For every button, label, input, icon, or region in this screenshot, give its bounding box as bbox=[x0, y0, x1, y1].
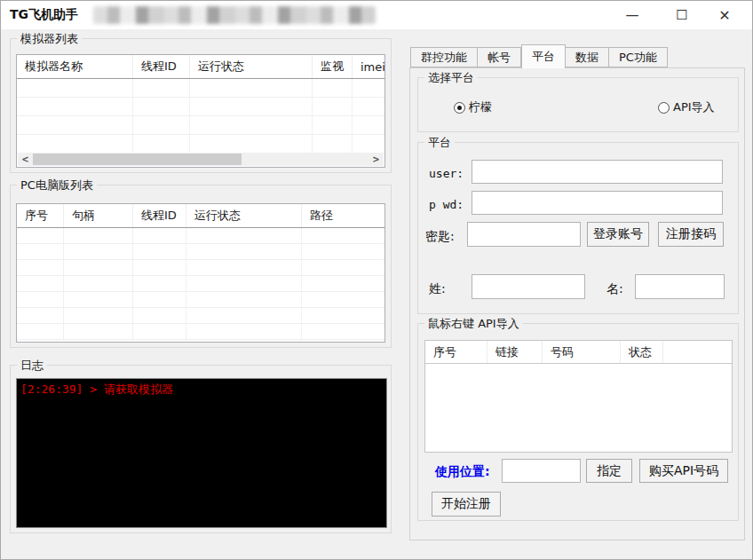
column-header[interactable]: imei bbox=[353, 55, 384, 78]
platform-group-title: 平台 bbox=[424, 135, 455, 151]
column-header[interactable]: 号码 bbox=[543, 341, 621, 363]
table-row bbox=[17, 116, 384, 135]
column-header[interactable]: 运行状态 bbox=[190, 55, 313, 78]
column-header[interactable]: 链接 bbox=[487, 341, 543, 363]
column-header[interactable]: 状态 bbox=[621, 341, 663, 363]
scroll-right-icon[interactable]: > bbox=[369, 153, 384, 166]
column-header bbox=[663, 341, 732, 363]
close-icon[interactable]: ✕ bbox=[704, 1, 745, 29]
givenname-input[interactable] bbox=[635, 274, 725, 299]
api-import-group-title: 鼠标右键 API导入 bbox=[424, 316, 523, 332]
table-row bbox=[17, 324, 384, 340]
title-bar: TG飞机助手 — ☐ ✕ bbox=[1, 1, 752, 29]
select-platform-group-title: 选择平台 bbox=[424, 70, 478, 86]
pwd-label: p wd: bbox=[429, 198, 464, 211]
table-row bbox=[17, 292, 384, 308]
table-row bbox=[17, 98, 384, 116]
app-window: TG飞机助手 — ☐ ✕ 模拟器列表 模拟器名称 线程ID 运行状态 监视 im… bbox=[0, 0, 753, 560]
pc-table-header: 序号 句柄 线程ID 运行状态 路径 bbox=[17, 204, 384, 228]
buy-api-number-button[interactable]: 购买API号码 bbox=[639, 459, 728, 483]
table-row bbox=[17, 276, 384, 292]
tab-platform[interactable]: 平台 bbox=[521, 44, 566, 68]
tab-data[interactable]: 数据 bbox=[566, 47, 609, 67]
column-header[interactable]: 模拟器名称 bbox=[17, 55, 133, 78]
log-console: [2:26:39] > 请获取模拟器 bbox=[16, 378, 387, 528]
redacted-title-text bbox=[93, 6, 376, 24]
pc-list-group: PC电脑版列表 序号 句柄 线程ID 运行状态 路径 bbox=[10, 185, 392, 348]
emulator-table: 模拟器名称 线程ID 运行状态 监视 imei < bbox=[16, 54, 385, 168]
radio-lemon[interactable]: 柠檬 bbox=[454, 99, 492, 115]
radio-api-import[interactable]: API导入 bbox=[658, 99, 715, 115]
scroll-left-icon[interactable]: < bbox=[18, 153, 33, 166]
table-row bbox=[17, 244, 384, 260]
api-import-group: 鼠标右键 API导入 序号 链接 号码 状态 使用位置: 指定 购买API号码 … bbox=[417, 323, 739, 521]
tab-account[interactable]: 帐号 bbox=[478, 47, 521, 67]
log-group: 日志 [2:26:39] > 请获取模拟器 bbox=[10, 365, 392, 533]
column-header[interactable]: 序号 bbox=[425, 341, 487, 363]
radio-lemon-label: 柠檬 bbox=[469, 99, 492, 115]
column-header[interactable]: 监视 bbox=[313, 55, 353, 78]
column-header[interactable]: 路径 bbox=[302, 204, 384, 227]
surname-label: 姓: bbox=[429, 281, 446, 297]
table-row bbox=[17, 308, 384, 324]
platform-group: 平台 user: p wd: 密匙: 登录账号 注册接码 姓: 名: bbox=[417, 142, 739, 314]
pc-table: 序号 句柄 线程ID 运行状态 路径 bbox=[16, 203, 385, 343]
api-table: 序号 链接 号码 状态 bbox=[424, 340, 733, 453]
givenname-label: 名: bbox=[606, 281, 623, 297]
table-row bbox=[17, 135, 384, 154]
user-input[interactable] bbox=[472, 160, 723, 184]
use-position-input[interactable] bbox=[502, 459, 581, 483]
log-entry: [2:26:39] > 请获取模拟器 bbox=[20, 382, 383, 398]
key-input[interactable] bbox=[467, 222, 581, 247]
column-header[interactable]: 运行状态 bbox=[186, 204, 302, 227]
tab-strip: 群控功能 帐号 平台 数据 PC功能 bbox=[410, 47, 668, 67]
table-row bbox=[17, 260, 384, 276]
column-header[interactable]: 序号 bbox=[17, 204, 64, 227]
radio-api-import-label: API导入 bbox=[673, 99, 715, 115]
scrollbar-track[interactable] bbox=[33, 153, 369, 166]
use-position-label: 使用位置: bbox=[435, 464, 490, 480]
login-account-button[interactable]: 登录账号 bbox=[587, 222, 649, 247]
pwd-input[interactable] bbox=[472, 191, 723, 215]
window-title: TG飞机助手 bbox=[10, 7, 78, 23]
tab-group-control[interactable]: 群控功能 bbox=[410, 47, 478, 67]
assign-button[interactable]: 指定 bbox=[586, 459, 632, 483]
emulator-list-group-title: 模拟器列表 bbox=[17, 31, 82, 47]
column-header[interactable]: 线程ID bbox=[133, 204, 186, 227]
surname-input[interactable] bbox=[472, 274, 585, 299]
emulator-list-group: 模拟器列表 模拟器名称 线程ID 运行状态 监视 imei < bbox=[10, 38, 392, 173]
emulator-table-header: 模拟器名称 线程ID 运行状态 监视 imei bbox=[17, 55, 384, 79]
user-label: user: bbox=[429, 167, 464, 180]
table-row bbox=[17, 79, 384, 98]
maximize-icon[interactable]: ☐ bbox=[662, 1, 702, 29]
column-header[interactable]: 句柄 bbox=[64, 204, 133, 227]
minimize-icon[interactable]: — bbox=[612, 1, 653, 29]
horizontal-scrollbar[interactable]: < > bbox=[18, 153, 384, 166]
platform-tab-panel: 选择平台 柠檬 API导入 平台 user: p wd: 密匙: 登录账号 注册… bbox=[409, 67, 745, 540]
start-register-button[interactable]: 开始注册 bbox=[432, 492, 501, 517]
radio-selected-icon bbox=[454, 102, 465, 114]
pc-list-group-title: PC电脑版列表 bbox=[17, 177, 97, 193]
log-group-title: 日志 bbox=[17, 358, 47, 374]
key-label: 密匙: bbox=[425, 229, 455, 245]
radio-unselected-icon bbox=[658, 102, 670, 114]
scrollbar-thumb[interactable] bbox=[33, 154, 242, 165]
table-row bbox=[17, 228, 384, 244]
api-table-header: 序号 链接 号码 状态 bbox=[425, 341, 732, 364]
column-header[interactable]: 线程ID bbox=[133, 55, 190, 78]
register-sms-button[interactable]: 注册接码 bbox=[658, 222, 724, 247]
select-platform-group: 选择平台 柠檬 API导入 bbox=[417, 77, 739, 132]
tab-pc-function[interactable]: PC功能 bbox=[609, 47, 668, 67]
